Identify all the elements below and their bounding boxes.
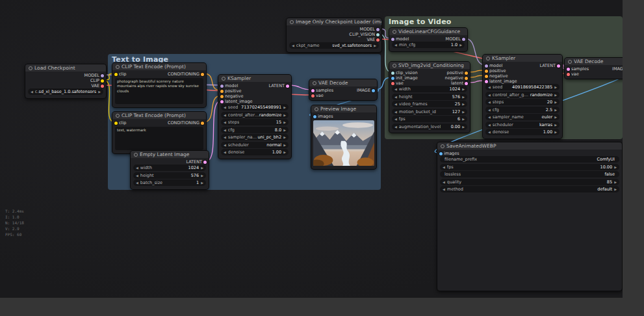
- negative-input-slot[interactable]: negative: [485, 73, 508, 79]
- input-dot[interactable]: [313, 115, 316, 118]
- video-frames-widget[interactable]: ◀video_frames25▶: [392, 101, 467, 107]
- MODEL-output-slot[interactable]: MODEL: [84, 73, 104, 78]
- input-dot[interactable]: [485, 64, 488, 68]
- node-vae-decode-2[interactable]: VAE DecodesamplesIMAGEvae: [564, 57, 623, 79]
- LATENT-output-slot[interactable]: LATENT: [186, 159, 207, 165]
- IMAGE-output-slot[interactable]: IMAGE: [357, 88, 375, 93]
- IMAGE-output-slot[interactable]: IMAGE: [612, 66, 623, 72]
- increment-arrow[interactable]: ▶: [201, 166, 203, 170]
- input-dot[interactable]: [114, 73, 118, 76]
- node-title-bar[interactable]: KSampler: [218, 75, 291, 82]
- increment-arrow[interactable]: ▶: [462, 125, 465, 129]
- increment-arrow[interactable]: ▶: [283, 128, 286, 132]
- node-title-bar[interactable]: VAE Decode: [565, 58, 623, 65]
- input-dot[interactable]: [311, 89, 315, 92]
- decrement-arrow[interactable]: ◀: [224, 113, 226, 117]
- decrement-arrow[interactable]: ◀: [31, 90, 33, 94]
- output-dot[interactable]: [201, 73, 204, 76]
- vae-input-slot[interactable]: vae: [567, 72, 579, 77]
- samples-input-slot[interactable]: samples: [567, 66, 589, 72]
- vae-input-slot[interactable]: vae: [311, 93, 324, 98]
- steps-widget[interactable]: ◀steps15▶: [221, 119, 289, 125]
- sampler-name-widget[interactable]: ◀sampler_nameeuler▶: [485, 114, 560, 120]
- node-title-bar[interactable]: Preview Image: [311, 105, 376, 112]
- clip_vision-input-slot[interactable]: clip_vision: [391, 70, 418, 75]
- node-title-bar[interactable]: Image Only Checkpoint Loader (img2vid mo…: [287, 18, 381, 25]
- ckpt-name-widget[interactable]: ◀ckpt_namesd_xl_base_1.0.safetensors▶: [28, 88, 103, 95]
- output-dot[interactable]: [376, 38, 380, 42]
- decrement-arrow[interactable]: ◀: [488, 108, 491, 112]
- node-load-checkpoint[interactable]: Load CheckpointMODELCLIPVAE◀ckpt_namesd_…: [25, 64, 107, 99]
- latent_image-input-slot[interactable]: latent_image: [485, 79, 517, 84]
- decrement-arrow[interactable]: ◀: [136, 174, 138, 178]
- clip-input-slot[interactable]: clip: [114, 72, 126, 77]
- steps-widget[interactable]: ◀steps20▶: [485, 99, 560, 105]
- node-svd-img2vid-conditioning[interactable]: SVD_img2vid_Conditioningclip_visionposit…: [389, 61, 470, 133]
- input-dot[interactable]: [311, 94, 315, 98]
- increment-arrow[interactable]: ▶: [283, 143, 286, 147]
- CLIP_VISION-output-slot[interactable]: CLIP_VISION: [349, 32, 380, 37]
- model-input-slot[interactable]: model: [391, 36, 409, 42]
- decrement-arrow[interactable]: ◀: [488, 100, 491, 104]
- input-dot[interactable]: [391, 77, 394, 80]
- collapse-icon[interactable]: [222, 77, 225, 81]
- collapse-icon[interactable]: [116, 65, 120, 69]
- node-video-linear-cfg-guidance[interactable]: VideoLinearCFGGuidancemodelMODEL◀min_cfg…: [389, 27, 468, 52]
- input-dot[interactable]: [220, 85, 224, 88]
- output-dot[interactable]: [465, 82, 468, 85]
- collapse-icon[interactable]: [134, 153, 138, 157]
- init_image-input-slot[interactable]: init_image: [391, 75, 418, 81]
- decrement-arrow[interactable]: ◀: [394, 95, 397, 99]
- decrement-arrow[interactable]: ◀: [136, 181, 138, 185]
- clip-input-slot[interactable]: clip: [114, 120, 126, 125]
- collapse-icon[interactable]: [393, 30, 396, 34]
- output-dot[interactable]: [376, 33, 380, 36]
- VAE-output-slot[interactable]: VAE: [367, 37, 380, 42]
- scheduler-widget[interactable]: ◀schedulernormal▶: [221, 142, 289, 148]
- input-dot[interactable]: [391, 82, 394, 85]
- output-dot[interactable]: [101, 79, 104, 83]
- decrement-arrow[interactable]: ◀: [394, 110, 397, 114]
- collapse-icon[interactable]: [315, 107, 318, 111]
- MODEL-output-slot[interactable]: MODEL: [446, 36, 465, 42]
- output-dot[interactable]: [376, 28, 380, 31]
- input-dot[interactable]: [114, 122, 118, 125]
- increment-arrow[interactable]: ▶: [283, 105, 286, 109]
- node-title-bar[interactable]: CLIP Text Encode (Prompt): [112, 63, 206, 70]
- collapse-icon[interactable]: [441, 144, 444, 148]
- quality-widget[interactable]: ◀quality85▶: [440, 179, 619, 185]
- node-title-bar[interactable]: KSampler: [483, 55, 562, 62]
- node-title-bar[interactable]: VideoLinearCFGGuidance: [389, 28, 467, 35]
- sampler-name-widget[interactable]: ◀sampler_nameuni_pc_bh2▶: [221, 134, 289, 140]
- output-dot[interactable]: [465, 72, 468, 75]
- increment-arrow[interactable]: ▶: [554, 108, 557, 112]
- output-dot[interactable]: [101, 85, 104, 88]
- positive-input-slot[interactable]: positive: [485, 68, 506, 73]
- increment-arrow[interactable]: ▶: [554, 115, 557, 119]
- input-dot[interactable]: [485, 80, 488, 83]
- output-dot[interactable]: [557, 64, 560, 68]
- node-graph-canvas[interactable]: T: 2.4msI: 1.0N: 14/18V: 2.9FPS: 60 Text…: [0, 0, 623, 298]
- decrement-arrow[interactable]: ◀: [394, 87, 397, 91]
- decrement-arrow[interactable]: ◀: [488, 93, 491, 97]
- CONDITIONING-output-slot[interactable]: CONDITIONING: [168, 72, 204, 77]
- samples-input-slot[interactable]: samples: [311, 88, 333, 93]
- increment-arrow[interactable]: ▶: [283, 135, 286, 139]
- node-title-bar[interactable]: Load Checkpoint: [25, 64, 106, 72]
- input-dot[interactable]: [391, 72, 394, 75]
- increment-arrow[interactable]: ▶: [283, 120, 286, 124]
- ckpt-name-widget[interactable]: ◀ckpt_namesvd_xt.safetensors▶: [289, 42, 379, 49]
- motion-bucket-id-widget[interactable]: ◀motion_bucket_id127▶: [392, 109, 467, 115]
- increment-arrow[interactable]: ▶: [462, 117, 465, 121]
- increment-arrow[interactable]: ▶: [98, 90, 101, 94]
- increment-arrow[interactable]: ▶: [554, 85, 557, 89]
- increment-arrow[interactable]: ▶: [201, 174, 203, 178]
- input-dot[interactable]: [485, 70, 488, 73]
- height-widget[interactable]: ◀height576▶: [133, 172, 206, 179]
- collapse-icon[interactable]: [393, 64, 396, 68]
- increment-arrow[interactable]: ▶: [201, 181, 203, 185]
- decrement-arrow[interactable]: ◀: [224, 150, 226, 154]
- decrement-arrow[interactable]: ◀: [224, 128, 226, 132]
- decrement-arrow[interactable]: ◀: [136, 166, 138, 170]
- lossless-widget[interactable]: losslessfalse: [440, 171, 619, 178]
